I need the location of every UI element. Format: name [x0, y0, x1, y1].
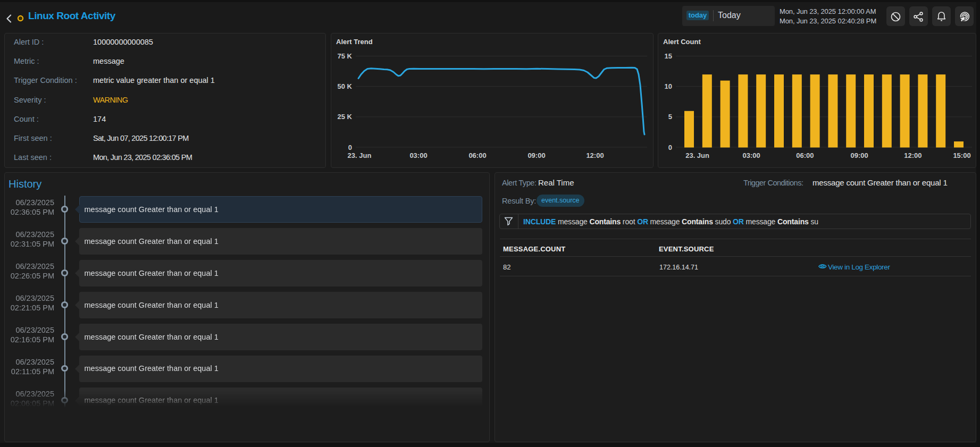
svg-text:09:00: 09:00	[851, 151, 868, 159]
svg-text:12:00: 12:00	[904, 151, 922, 159]
svg-text:0: 0	[668, 144, 672, 151]
svg-text:75 K: 75 K	[338, 52, 353, 60]
svg-text:23. Jun: 23. Jun	[685, 151, 709, 159]
svg-text:03:00: 03:00	[743, 151, 760, 159]
svg-text:03:00: 03:00	[409, 151, 427, 159]
svg-text:06:00: 06:00	[796, 151, 814, 159]
svg-text:15:00: 15:00	[953, 151, 970, 159]
svg-text:15: 15	[665, 52, 672, 60]
svg-text:12:00: 12:00	[586, 151, 604, 159]
svg-text:0: 0	[348, 144, 352, 151]
svg-text:50 K: 50 K	[338, 82, 353, 90]
svg-text:10: 10	[665, 82, 672, 90]
svg-text:06:00: 06:00	[468, 151, 486, 159]
svg-text:25 K: 25 K	[338, 113, 353, 121]
svg-text:5: 5	[668, 113, 672, 121]
svg-text:23. Jun: 23. Jun	[348, 151, 372, 159]
svg-text:09:00: 09:00	[527, 151, 545, 159]
